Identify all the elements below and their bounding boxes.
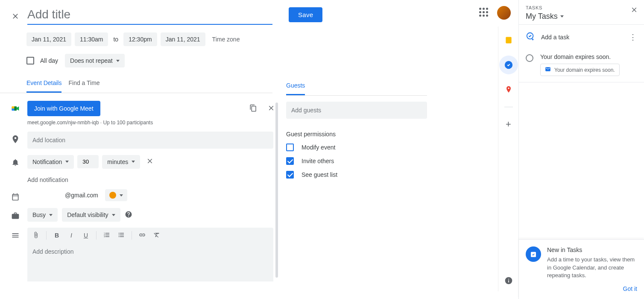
allday-label: All day [40, 57, 58, 64]
timezone-link[interactable]: Time zone [212, 36, 240, 43]
caret-icon [120, 194, 123, 196]
divider [132, 231, 132, 240]
calendar-color-dropdown[interactable] [105, 189, 127, 201]
tab-event-details[interactable]: Event Details [26, 79, 61, 93]
italic-icon[interactable]: I [67, 232, 76, 239]
tasks-close-icon[interactable] [630, 6, 638, 15]
location-icon [10, 134, 20, 144]
title-input[interactable] [27, 5, 272, 25]
popup-gotit-button[interactable]: Got it [526, 285, 637, 292]
briefcase-icon [10, 211, 20, 221]
description-icon [10, 230, 20, 240]
clear-format-icon[interactable] [152, 232, 161, 240]
repeat-label: Does not repeat [70, 57, 113, 64]
link-icon[interactable] [138, 232, 146, 240]
scrollbar[interactable] [275, 103, 278, 278]
start-date-chip[interactable]: Jan 11, 2021 [26, 32, 71, 46]
caret-icon [112, 214, 115, 216]
tasks-list-name: My Tasks [526, 12, 558, 21]
add-notification-link[interactable]: Add notification [27, 176, 278, 183]
svg-point-5 [508, 88, 509, 89]
divider [504, 107, 513, 107]
add-task-button[interactable]: Add a task [541, 34, 569, 41]
divider [46, 231, 47, 240]
avatar[interactable] [497, 6, 511, 20]
tasks-popup: New in Tasks Add a time to your tasks, v… [519, 239, 644, 299]
svg-rect-1 [12, 106, 15, 108]
numbered-list-icon[interactable] [102, 232, 111, 240]
task-menu-icon[interactable]: ⋮ [629, 32, 637, 42]
task-title[interactable]: Your domain expires soon. [540, 53, 637, 60]
bell-icon [10, 157, 20, 167]
tasks-label: TASKS [526, 5, 637, 10]
repeat-dropdown[interactable]: Does not repeat [65, 54, 125, 67]
visibility-label: Default visibility [67, 211, 108, 218]
caret-icon [65, 161, 69, 163]
attach-icon[interactable] [32, 232, 40, 240]
busy-label: Busy [32, 211, 46, 218]
add-task-icon [526, 32, 535, 42]
tasks-list-dropdown[interactable]: My Tasks [526, 12, 637, 21]
maps-icon[interactable] [501, 82, 516, 97]
mail-icon [545, 66, 551, 73]
notification-unit-label: minutes [107, 158, 128, 165]
task-checkbox[interactable] [526, 54, 533, 62]
task-chip-text: Your domain expires soon. [554, 67, 615, 73]
notification-type-dropdown[interactable]: Notification [27, 155, 74, 169]
join-meet-button[interactable]: Join with Google Meet [27, 101, 100, 116]
underline-icon[interactable]: U [82, 232, 90, 239]
notification-value-input[interactable] [77, 155, 99, 168]
caret-icon [560, 15, 564, 18]
apps-icon[interactable] [479, 8, 489, 18]
modify-event-label: Modify event [302, 144, 335, 151]
svg-rect-2 [12, 108, 15, 111]
modify-event-checkbox[interactable] [286, 144, 294, 151]
caret-icon [116, 60, 120, 62]
see-guest-list-checkbox[interactable] [286, 171, 294, 179]
meet-icon [10, 103, 20, 114]
tab-find-time[interactable]: Find a Time [68, 79, 100, 93]
copy-icon[interactable] [247, 102, 260, 116]
divider [96, 231, 97, 240]
calendar-email: @gmail.com [65, 192, 98, 199]
tab-guests[interactable]: Guests [286, 82, 305, 95]
invite-others-label: Invite others [302, 158, 334, 164]
keep-icon[interactable] [501, 32, 516, 48]
svg-rect-3 [506, 37, 511, 44]
notification-type-label: Notification [32, 158, 62, 165]
help-icon[interactable] [125, 211, 132, 220]
start-time-chip[interactable]: 11:30am [75, 32, 108, 46]
add-guests-input[interactable] [286, 102, 427, 119]
to-label: to [111, 36, 120, 43]
tasks-panel: TASKS My Tasks Add a task ⋮ Your domain … [518, 0, 644, 299]
tasks-icon[interactable] [499, 56, 518, 74]
color-dot-icon [109, 192, 116, 199]
bullet-list-icon[interactable] [117, 232, 126, 240]
end-time-chip[interactable]: 12:30pm [123, 32, 157, 46]
caret-icon [132, 161, 135, 163]
allday-checkbox[interactable] [26, 57, 34, 64]
guest-permissions-title: Guest permissions [286, 131, 427, 138]
bold-icon[interactable]: B [53, 232, 61, 239]
save-button[interactable]: Save [289, 7, 322, 22]
description-input[interactable] [27, 243, 273, 281]
end-date-chip[interactable]: Jan 11, 2021 [161, 32, 205, 46]
busy-dropdown[interactable]: Busy [27, 208, 58, 222]
caret-icon [49, 214, 53, 216]
popup-title: New in Tasks [547, 246, 637, 253]
remove-notification-icon[interactable] [143, 155, 156, 169]
visibility-dropdown[interactable]: Default visibility [62, 208, 120, 222]
notification-unit-dropdown[interactable]: minutes [102, 155, 140, 169]
popup-icon [526, 246, 541, 262]
see-guest-list-label: See guest list [302, 171, 337, 178]
location-input[interactable] [27, 132, 273, 149]
invite-others-checkbox[interactable] [286, 157, 294, 165]
calendar-icon [10, 192, 20, 202]
close-button[interactable] [10, 11, 20, 21]
add-addon-icon[interactable]: + [501, 117, 516, 132]
info-icon[interactable] [504, 276, 513, 286]
meet-link-text: meet.google.com/njw-nmbh-iqb · Up to 100… [27, 120, 278, 126]
popup-text: Add a time to your tasks, view them in G… [547, 256, 637, 279]
task-email-chip[interactable]: Your domain expires soon. [540, 64, 620, 76]
